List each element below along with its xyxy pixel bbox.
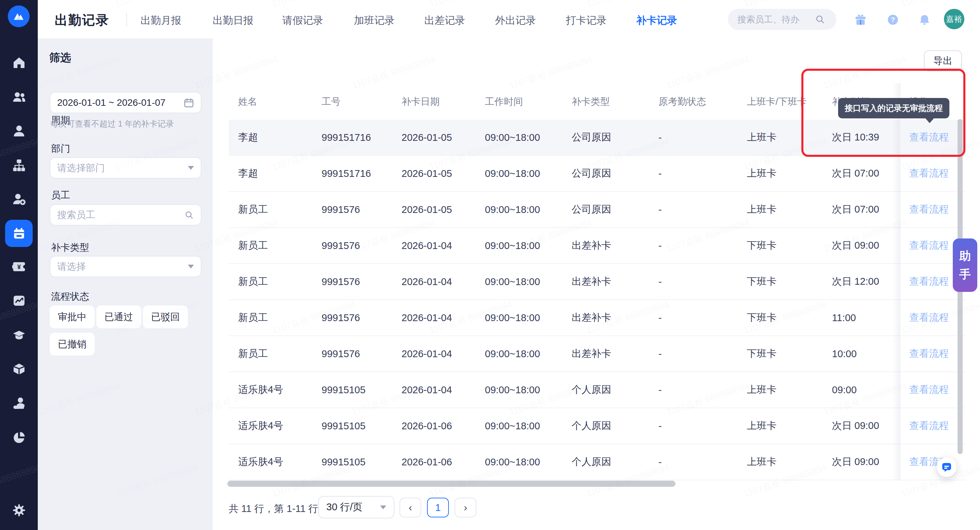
table-cell: - [649,336,737,371]
view-flow-link[interactable]: 查看流程 [909,419,949,433]
flow-status-chip[interactable]: 已驳回 [143,305,188,328]
chevron-down-icon [188,265,194,268]
table-cell: 09:00~18:00 [476,300,562,335]
table-cell: 09:00~18:00 [476,336,562,371]
sidebar-item-person-add[interactable] [0,186,38,213]
column-header: 上班卡/下班卡 [737,83,822,120]
sidebar-item-calendar[interactable] [0,220,38,247]
title-divider [126,13,127,27]
sidebar-item-org-chart[interactable] [0,152,38,179]
next-page-button[interactable]: › [455,498,476,517]
table-cell: 09:00~18:00 [476,408,562,444]
table-cell: 上班卡 [737,120,822,155]
tab-3[interactable]: 请假记录 [282,14,323,27]
fixed-column-shadow [892,83,900,480]
sidebar-item-cube[interactable] [0,355,38,383]
view-flow-link[interactable]: 查看流程 [909,347,949,360]
app-logo[interactable] [8,5,30,27]
table-cell: 上班卡 [737,444,822,480]
page-number-button[interactable]: 1 [427,498,449,517]
table-row: 新员工99915762026-01-0409:00~18:00出差补卡-下班卡次… [229,264,966,300]
gift-icon[interactable] [854,14,867,26]
avatar[interactable]: 嘉裕 [944,9,964,29]
table-cell: 次日 12:00 [822,264,900,299]
svg-text:?: ? [891,16,895,24]
page-title: 出勤记录 [55,11,109,29]
moka-mountain-icon [12,10,25,23]
table-row: 新员工99915762026-01-0409:00~18:00出差补卡-下班卡1… [229,300,966,336]
flow-status-chip[interactable]: 审批中 [50,305,95,328]
column-header: 补卡日期 [392,83,476,120]
fix-type-select[interactable]: 请选择 [50,256,202,277]
tooltip: 接口写入的记录无审批流程 [838,98,950,118]
calendar-icon [184,98,194,108]
view-flow-link[interactable]: 查看流程 [909,275,949,289]
person-add-icon [12,192,26,206]
table-cell-action: 查看流程 [900,444,966,480]
table-cell: - [649,264,737,299]
flow-status-label: 流程状态 [51,290,89,303]
sidebar-item-team[interactable] [0,83,38,111]
table-cell: 上班卡 [737,156,822,191]
table-row: 新员工99915762026-01-0509:00~18:00公司原因-上班卡次… [229,192,966,228]
table-cell: - [649,156,737,191]
chat-fab-button[interactable] [937,457,956,477]
view-flow-link[interactable]: 查看流程 [909,203,949,216]
view-flow-link[interactable]: 查看流程 [909,311,949,325]
table-cell: 出差补卡 [562,228,649,263]
table-cell: 09:00~18:00 [476,192,562,227]
bell-icon[interactable] [918,14,931,26]
tab-4[interactable]: 加班记录 [354,14,395,27]
filter-panel: 筛选 周期 2026-01-01 ~ 2026-01-07 每次可查看不超过 1… [38,38,213,530]
view-flow-link[interactable]: 查看流程 [909,383,949,397]
sidebar-item-person[interactable] [0,117,38,144]
table-cell: 2026-01-05 [392,120,476,155]
flow-status-chip[interactable]: 已撤销 [50,333,95,355]
department-select[interactable]: 请选择部门 [50,157,202,179]
tab-1[interactable]: 出勤月报 [140,14,181,27]
sidebar-item-graduation-cap[interactable] [0,322,38,349]
sidebar-item-home[interactable] [0,49,38,76]
table-cell: 9991576 [312,192,392,227]
sidebar-item-money-ticket[interactable]: ¥ [0,253,38,280]
tab-6[interactable]: 外出记录 [495,14,536,27]
table-cell: 2026-01-04 [392,300,476,335]
employee-label: 员工 [51,189,70,202]
tab-5[interactable]: 出差记录 [424,14,465,27]
prev-page-button[interactable]: ‹ [399,498,421,517]
assistant-button[interactable]: 助手 [953,238,977,292]
view-flow-link[interactable]: 查看流程 [909,167,949,180]
search-input[interactable] [737,14,815,25]
tab-2[interactable]: 出勤日报 [213,14,253,27]
table-cell: 2026-01-04 [392,228,476,263]
horizontal-scrollbar[interactable] [227,481,675,487]
tab-8[interactable]: 补卡记录 [636,14,677,27]
table-cell: 个人原因 [562,408,649,444]
flow-status-chip[interactable]: 已通过 [96,305,141,328]
sidebar-item-report-card[interactable] [0,287,38,314]
view-flow-link[interactable]: 查看流程 [909,131,949,144]
assistant-label-char: 手 [959,267,971,282]
employee-search[interactable]: 搜索员工 [50,204,202,225]
sidebar-item-gear[interactable] [0,497,38,524]
global-search[interactable] [728,9,837,30]
table-row: 适乐肤4号999151052026-01-0409:00~18:00个人原因-上… [229,372,966,408]
help-icon[interactable]: ? [887,14,899,26]
table-cell: 2026-01-06 [392,444,476,480]
period-input[interactable]: 2026-01-01 ~ 2026-01-07 [50,92,202,113]
column-header: 工作时间 [476,83,562,120]
cube-icon [12,362,26,376]
page-size-select[interactable]: 30 行/页 [318,496,395,519]
tab-7[interactable]: 打卡记录 [566,14,607,27]
table-cell: - [649,408,737,444]
table-cell: 个人原因 [562,444,649,480]
assistant-label-char: 助 [959,248,971,264]
fix-type-label: 补卡类型 [51,241,89,254]
table-row: 李超9991517162026-01-0509:00~18:00公司原因-上班卡… [229,156,966,192]
view-flow-link[interactable]: 查看流程 [909,239,949,252]
table-cell: - [649,372,737,408]
gear-icon [12,503,26,517]
sidebar-item-pie-chart[interactable] [0,424,38,451]
export-button[interactable]: 导出 [924,50,962,71]
sidebar-item-person-podium[interactable] [0,389,38,417]
